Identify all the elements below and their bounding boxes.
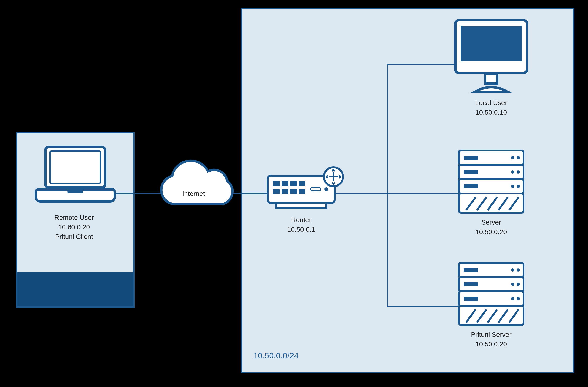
svg-rect-33 xyxy=(464,156,478,160)
laptop-icon xyxy=(36,147,115,201)
router-ip: 10.50.0.1 xyxy=(287,226,315,233)
internet-label: Internet xyxy=(182,190,205,197)
svg-point-48 xyxy=(517,283,520,286)
server-ip: 10.50.0.20 xyxy=(475,228,507,236)
svg-point-16 xyxy=(324,187,328,191)
svg-point-31 xyxy=(511,185,514,188)
pritunl-server-ip: 10.50.0.20 xyxy=(475,340,507,348)
svg-rect-34 xyxy=(464,170,478,174)
svg-point-47 xyxy=(511,283,514,286)
network-diagram: 10.50.0.0/24 Remote User 10.60.0.20 Prit… xyxy=(0,0,588,387)
svg-rect-23 xyxy=(485,74,497,84)
svg-rect-5 xyxy=(67,190,83,193)
svg-point-45 xyxy=(511,268,514,272)
svg-rect-9 xyxy=(290,181,297,186)
svg-rect-14 xyxy=(299,189,305,194)
pritunl-server-icon xyxy=(459,263,524,325)
svg-rect-11 xyxy=(273,189,280,194)
remote-user-role: Pritunl Client xyxy=(55,233,93,240)
svg-point-27 xyxy=(511,156,514,159)
svg-rect-12 xyxy=(282,189,288,194)
svg-rect-3 xyxy=(45,147,105,187)
svg-rect-53 xyxy=(464,297,478,301)
local-user-title: Local User xyxy=(475,99,507,106)
router-title: Router xyxy=(291,216,311,224)
svg-point-46 xyxy=(517,268,520,272)
svg-rect-51 xyxy=(464,268,478,272)
subnet-cidr: 10.50.0.0/24 xyxy=(253,351,298,360)
svg-point-50 xyxy=(517,297,520,300)
svg-rect-10 xyxy=(299,181,305,186)
local-user-ip: 10.50.0.10 xyxy=(475,109,507,116)
remote-user-title: Remote User xyxy=(55,214,94,221)
svg-rect-2 xyxy=(18,272,133,306)
cloud-icon: Internet xyxy=(161,161,232,204)
svg-rect-7 xyxy=(273,181,280,186)
remote-user-labels: Remote User 10.60.0.20 Pritunl Client xyxy=(55,214,94,240)
svg-rect-8 xyxy=(282,181,288,186)
svg-point-32 xyxy=(517,185,520,188)
svg-rect-17 xyxy=(276,203,326,208)
svg-point-29 xyxy=(511,170,514,174)
server-icon xyxy=(459,150,524,213)
pritunl-server-title: Pritunl Server xyxy=(471,331,511,338)
svg-rect-13 xyxy=(290,189,297,194)
svg-point-28 xyxy=(517,156,520,159)
svg-rect-52 xyxy=(464,282,478,286)
svg-rect-22 xyxy=(461,25,522,61)
svg-point-30 xyxy=(517,170,520,174)
svg-point-49 xyxy=(511,297,514,300)
remote-user-ip: 10.60.0.20 xyxy=(58,223,90,231)
svg-rect-35 xyxy=(464,184,478,188)
server-title: Server xyxy=(482,219,501,226)
